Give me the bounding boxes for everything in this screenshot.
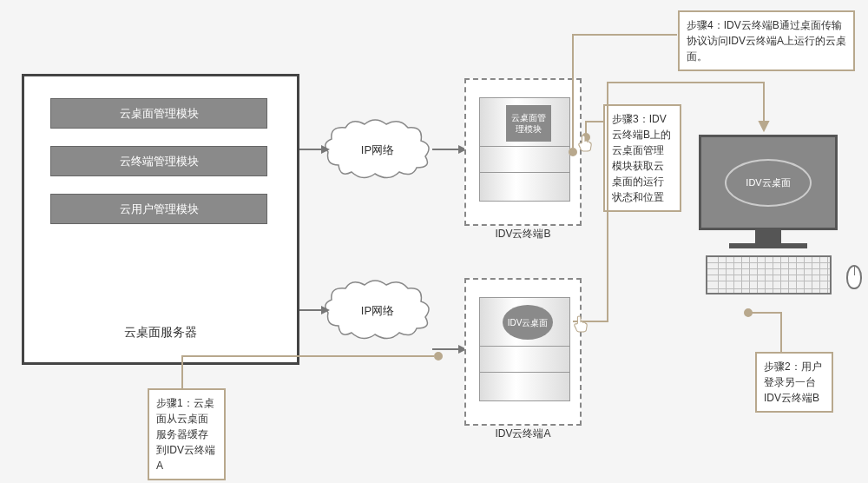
cloud-label-top: IP网络: [361, 142, 394, 158]
terminal-a-label: IDV云终端A: [466, 427, 580, 441]
terminal-b-label: IDV云终端B: [466, 227, 580, 242]
connector-termA-to-pc: [573, 78, 859, 339]
note-step-4: 步骤4：IDV云终端B通过桌面传输协议访问IDV云终端A上运行的云桌面。: [678, 10, 855, 71]
arrow-cloud1-to-termB: [432, 143, 467, 155]
terminal-b-badge: 云桌面管理模块: [506, 105, 551, 142]
cloud-desktop-server: 云桌面管理模块 云终端管理模块 云用户管理模块 云桌面服务器: [22, 74, 299, 365]
hand-pointer-icon: [577, 135, 593, 152]
terminal-b-unit: 云桌面管理模块: [479, 97, 570, 202]
ip-network-cloud-bottom: IP网络: [321, 278, 434, 343]
cloud-label-bottom: IP网络: [361, 303, 394, 319]
connector-note2: [742, 295, 794, 356]
server-label: 云桌面服务器: [24, 325, 297, 341]
module-terminal-mgmt: 云终端管理模块: [50, 146, 267, 176]
svg-point-12: [435, 353, 442, 360]
note-step-2: 步骤2：用户登录另一台IDV云终端B: [755, 352, 833, 413]
terminal-a-unit: IDV云桌面: [479, 297, 570, 401]
ip-network-cloud-top: IP网络: [321, 117, 434, 182]
svg-marker-10: [760, 122, 768, 130]
module-desktop-mgmt: 云桌面管理模块: [50, 98, 267, 129]
note-step-1: 步骤1：云桌面从云桌面服务器缓存到IDV云终端A: [148, 388, 226, 480]
arrow-server-to-cloud1: [299, 143, 330, 155]
svg-marker-3: [321, 306, 330, 314]
terminal-a-badge: IDV云桌面: [503, 305, 553, 340]
svg-marker-1: [321, 145, 330, 154]
idv-terminal-a: IDV云桌面 IDV云终端A: [464, 278, 582, 426]
arrow-server-to-cloud2: [299, 304, 330, 316]
connector-note1: [174, 343, 451, 395]
svg-point-11: [745, 309, 752, 316]
module-user-mgmt: 云用户管理模块: [50, 194, 267, 224]
hand-pointer-icon: [573, 315, 589, 333]
